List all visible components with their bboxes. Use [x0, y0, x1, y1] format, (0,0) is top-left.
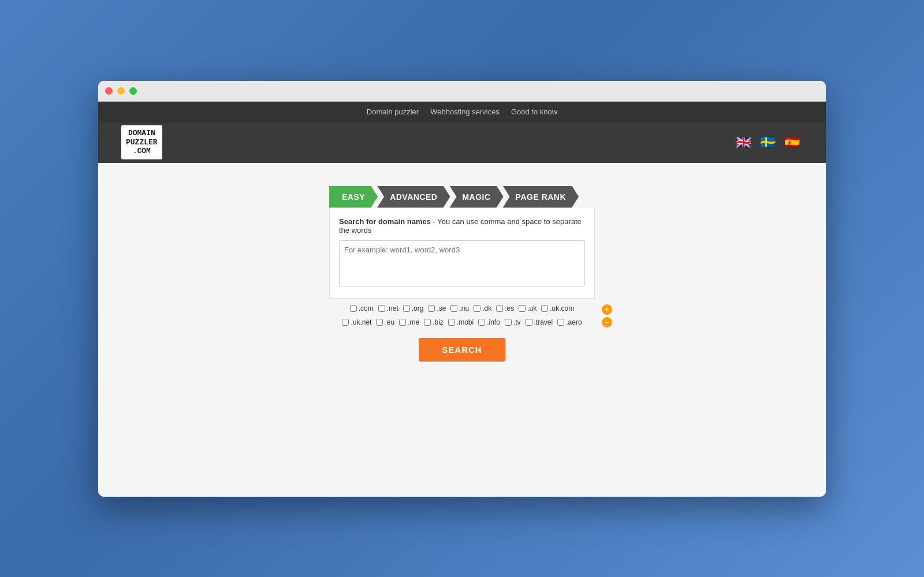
tld-checkbox-mobi[interactable]	[448, 319, 455, 326]
tld-nu: .nu	[450, 304, 469, 312]
tld-tv: .tv	[505, 318, 521, 326]
tld-checkbox-info[interactable]	[478, 319, 485, 326]
tld-label-travel: .travel	[534, 318, 553, 326]
logo-line2: PUZZLER	[126, 138, 158, 147]
logo-line3: .COM	[126, 147, 158, 156]
tld-label-tv: .tv	[513, 318, 521, 326]
tld-es: .es	[496, 304, 514, 312]
title-bar	[98, 81, 826, 102]
tld-checkbox-aero[interactable]	[557, 319, 564, 326]
tld-se: .se	[428, 304, 446, 312]
flag-se[interactable]: 🇸🇪	[760, 136, 778, 149]
tld-checkbox-dk[interactable]	[474, 305, 480, 312]
tld-row-2: .uk.net .eu .me .biz	[329, 318, 595, 326]
tld-info: .info	[478, 318, 500, 326]
nav-item-domain-puzzler[interactable]: Domain puzzler	[367, 107, 419, 116]
tld-com: .com	[350, 304, 374, 312]
tld-label-net: .net	[387, 304, 398, 312]
tld-label-ukcom: .uk.com	[550, 304, 574, 312]
tld-checkbox-uk[interactable]	[519, 305, 526, 312]
tld-label-es: .es	[505, 304, 514, 312]
nav-item-webhosting[interactable]: Webhosting services	[430, 107, 500, 116]
tab-magic[interactable]: MAGIC	[449, 186, 503, 208]
tld-biz: .biz	[424, 318, 444, 326]
search-label-bold: Search for domain names	[339, 217, 431, 226]
tabs-container: EASY ADVANCED MAGIC PAGE RANK	[329, 186, 578, 208]
minimize-button[interactable]	[117, 87, 125, 95]
tld-label-me: .me	[408, 318, 419, 326]
tld-net: .net	[378, 304, 398, 312]
flag-uk[interactable]: 🇬🇧	[736, 136, 754, 149]
tld-label-dk: .dk	[482, 304, 491, 312]
tld-me: .me	[399, 318, 419, 326]
tld-uk: .uk	[519, 304, 536, 312]
tld-checkbox-me[interactable]	[399, 319, 406, 326]
tld-row-1: .com .net .org .se	[329, 304, 595, 312]
search-textarea[interactable]	[339, 240, 585, 286]
tld-travel: .travel	[526, 318, 553, 326]
tld-eu: .eu	[376, 318, 394, 326]
tld-mobi: .mobi	[448, 318, 474, 326]
tld-checkbox-travel[interactable]	[526, 319, 532, 326]
tld-org: .org	[403, 304, 424, 312]
tld-checkbox-net[interactable]	[378, 305, 385, 312]
search-panel: Search for domain names - You can use co…	[329, 208, 595, 299]
tld-label-org: .org	[412, 304, 424, 312]
tld-aero: .aero	[557, 318, 582, 326]
nav-item-good-to-know[interactable]: Good to know	[511, 107, 557, 116]
logo-line1: DOMAIN	[126, 129, 158, 138]
tab-easy[interactable]: EASY	[329, 186, 378, 208]
tld-checkbox-uknet[interactable]	[342, 319, 349, 326]
tld-checkbox-es[interactable]	[496, 305, 503, 312]
search-button[interactable]: SEARCH	[419, 338, 505, 362]
tld-dk: .dk	[474, 304, 491, 312]
tld-checkbox-org[interactable]	[403, 305, 410, 312]
tld-remove-button[interactable]: −	[602, 317, 612, 327]
tld-label-eu: .eu	[385, 318, 394, 326]
tld-label-uknet: .uk.net	[351, 318, 371, 326]
tld-checkbox-nu[interactable]	[450, 305, 457, 312]
tld-label-biz: .biz	[433, 318, 444, 326]
tld-label-se: .se	[437, 304, 446, 312]
tld-add-button[interactable]: +	[602, 304, 612, 315]
search-panel-wrapper: EASY ADVANCED MAGIC PAGE RANK Search for…	[329, 186, 595, 362]
nav-bar: Domain puzzler Webhosting services Good …	[98, 102, 826, 122]
main-content: EASY ADVANCED MAGIC PAGE RANK Search for…	[98, 163, 826, 497]
search-label: Search for domain names - You can use co…	[339, 217, 585, 234]
tld-checkbox-com[interactable]	[350, 305, 357, 312]
tld-checkbox-ukcom[interactable]	[541, 305, 548, 312]
mac-window: Domain puzzler Webhosting services Good …	[98, 81, 826, 497]
header-bar: DOMAIN PUZZLER .COM 🇬🇧 🇸🇪 🇪🇸	[98, 122, 826, 163]
tld-checkbox-eu[interactable]	[376, 319, 383, 326]
tld-checkbox-se[interactable]	[428, 305, 435, 312]
tab-pagerank[interactable]: PAGE RANK	[503, 186, 579, 208]
tld-label-com: .com	[359, 304, 374, 312]
tab-advanced[interactable]: ADVANCED	[377, 186, 450, 208]
logo[interactable]: DOMAIN PUZZLER .COM	[121, 125, 162, 159]
tld-uknet: .uk.net	[342, 318, 371, 326]
tld-label-info: .info	[487, 318, 500, 326]
tld-checkbox-tv[interactable]	[505, 319, 512, 326]
maximize-button[interactable]	[129, 87, 137, 95]
tld-section: .com .net .org .se	[329, 299, 595, 326]
tld-ukcom: .uk.com	[541, 304, 574, 312]
tld-label-nu: .nu	[459, 304, 469, 312]
language-flags: 🇬🇧 🇸🇪 🇪🇸	[736, 136, 803, 149]
flag-es[interactable]: 🇪🇸	[784, 136, 803, 149]
tld-label-mobi: .mobi	[457, 318, 474, 326]
tld-checkbox-biz[interactable]	[424, 319, 431, 326]
tld-label-aero: .aero	[566, 318, 582, 326]
close-button[interactable]	[105, 87, 113, 95]
tld-icons: + −	[602, 304, 612, 327]
search-button-row: SEARCH	[329, 338, 595, 362]
tld-label-uk: .uk	[527, 304, 536, 312]
